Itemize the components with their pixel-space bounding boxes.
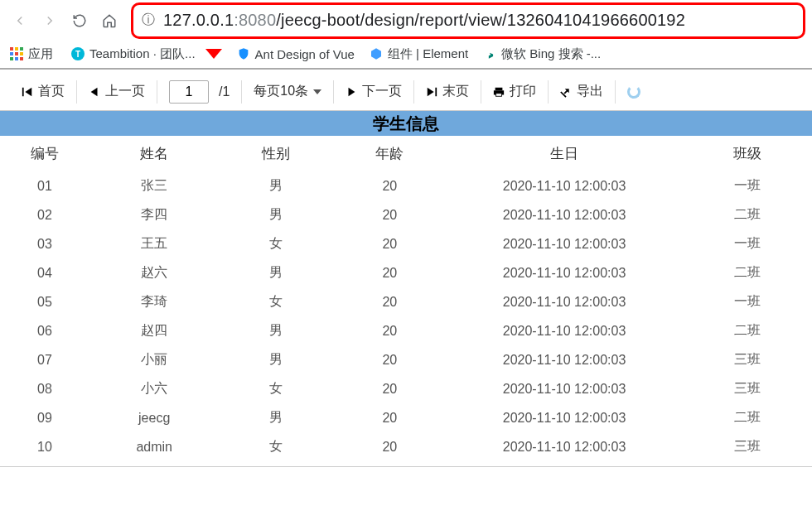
svg-rect-9 — [496, 93, 502, 96]
table-cell: 2020-11-10 12:00:03 — [447, 345, 682, 374]
first-page-label: 首页 — [38, 83, 65, 100]
next-page-button[interactable]: 下一页 — [334, 73, 413, 110]
prev-icon — [89, 86, 100, 98]
table-cell: 小六 — [89, 374, 220, 403]
shield-icon — [237, 47, 250, 60]
table-cell: 06 — [0, 316, 89, 345]
table-cell: 20 — [333, 432, 447, 461]
last-page-button[interactable]: 末页 — [414, 73, 481, 110]
svg-rect-7 — [495, 87, 503, 90]
table-cell: 20 — [333, 345, 447, 374]
home-button[interactable] — [96, 7, 123, 34]
svg-rect-0 — [22, 87, 24, 96]
forward-button[interactable] — [36, 7, 63, 34]
table-title: 学生信息 — [0, 111, 812, 136]
bookmarks-bar: 应用 Teambition · 团队... Ant Design of Vue … — [0, 40, 812, 70]
table-row: 10admin女202020-11-10 12:00:03三班 — [0, 432, 812, 461]
apps-button[interactable]: 应用 — [10, 46, 53, 62]
table-cell: 02 — [0, 200, 89, 229]
table-cell: jeecg — [89, 403, 220, 432]
apps-label: 应用 — [28, 46, 53, 62]
table-cell: 二班 — [682, 316, 812, 345]
table-cell: 20 — [333, 374, 447, 403]
table-cell: 2020-11-10 12:00:03 — [447, 432, 682, 461]
next-page-label: 下一页 — [362, 83, 402, 100]
export-button[interactable]: 导出 — [549, 73, 615, 110]
svg-rect-6 — [436, 87, 437, 96]
back-button[interactable] — [7, 7, 33, 34]
table-cell: 女 — [220, 287, 333, 316]
table-row: 03王五女202020-11-10 12:00:03一班 — [0, 229, 812, 258]
table-row: 08小六女202020-11-10 12:00:03三班 — [0, 374, 812, 403]
table-cell: 20 — [333, 229, 447, 258]
bookmark-element[interactable]: 组件 | Element — [370, 46, 468, 62]
apps-grid-icon — [10, 47, 23, 60]
table-row: 06赵四男202020-11-10 12:00:03二班 — [0, 316, 812, 345]
address-bar[interactable]: 127.0.0.1:8080/jeecg-boot/design/report/… — [163, 11, 685, 30]
bookmark-label: Ant Design of Vue — [255, 47, 355, 61]
teambition-icon — [71, 47, 85, 60]
table-cell: 09 — [0, 403, 89, 432]
url-path: /jeecg-boot/design/report/view/132604104… — [276, 11, 685, 29]
prev-page-button[interactable]: 上一页 — [77, 73, 157, 110]
table-cell: 三班 — [682, 374, 812, 403]
per-page-label: 每页10条 — [254, 83, 308, 100]
table-header-row: 编号 姓名 性别 年龄 生日 班级 — [0, 136, 812, 171]
table-cell: 05 — [0, 287, 89, 316]
url-host: 127.0.0.1 — [163, 11, 234, 29]
svg-marker-3 — [313, 89, 321, 94]
data-table: 编号 姓名 性别 年龄 生日 班级 01张三男202020-11-10 12:0… — [0, 136, 812, 461]
first-icon — [22, 86, 33, 98]
first-page-button[interactable]: 首页 — [10, 73, 76, 110]
browser-chrome: ⓘ 127.0.0.1:8080/jeecg-boot/design/repor… — [0, 0, 812, 70]
table-cell: 04 — [0, 258, 89, 287]
print-label: 打印 — [510, 83, 536, 100]
print-icon — [493, 86, 505, 98]
table-cell: 女 — [220, 374, 333, 403]
table-cell: 小丽 — [89, 345, 220, 374]
page-total: /1 — [219, 84, 230, 99]
table-cell: 女 — [220, 432, 333, 461]
bing-icon — [483, 47, 496, 60]
col-name: 姓名 — [89, 136, 220, 171]
bookmark-bing[interactable]: 微软 Bing 搜索 -... — [483, 46, 601, 62]
table-cell: 2020-11-10 12:00:03 — [447, 200, 682, 229]
table-cell: 李四 — [89, 200, 220, 229]
table-cell: 女 — [220, 229, 333, 258]
table-cell: 王五 — [89, 229, 220, 258]
prev-page-label: 上一页 — [105, 83, 145, 100]
table-cell: 三班 — [682, 345, 812, 374]
table-cell: 赵四 — [89, 316, 220, 345]
loading-icon — [627, 85, 640, 99]
table-cell: 男 — [220, 200, 333, 229]
bookmark-antdv[interactable]: Ant Design of Vue — [237, 47, 355, 61]
table-cell: 二班 — [682, 200, 812, 229]
table-cell: 2020-11-10 12:00:03 — [447, 287, 682, 316]
report-view: 学生信息 编号 姓名 性别 年龄 生日 班级 01张三男202020-11-10… — [0, 111, 812, 467]
print-button[interactable]: 打印 — [481, 73, 548, 110]
svg-marker-1 — [25, 87, 31, 96]
table-cell: 01 — [0, 171, 89, 200]
highlight-arrow-icon — [205, 49, 222, 59]
table-cell: 李琦 — [89, 287, 220, 316]
reload-button[interactable] — [66, 7, 93, 34]
bookmark-teambition[interactable]: Teambition · 团队... — [71, 46, 196, 62]
url-port: :8080 — [234, 11, 276, 29]
table-cell: 20 — [333, 403, 447, 432]
col-gender: 性别 — [220, 136, 333, 171]
page-indicator: /1 — [157, 73, 241, 110]
table-cell: 2020-11-10 12:00:03 — [447, 229, 682, 258]
table-row: 01张三男202020-11-10 12:00:03一班 — [0, 171, 812, 200]
table-cell: 03 — [0, 229, 89, 258]
per-page-select[interactable]: 每页10条 — [242, 73, 333, 110]
table-cell: 一班 — [682, 171, 812, 200]
table-cell: 男 — [220, 258, 333, 287]
col-class: 班级 — [682, 136, 812, 171]
table-cell: 二班 — [682, 258, 812, 287]
site-info-icon[interactable]: ⓘ — [142, 12, 155, 29]
table-cell: 20 — [333, 316, 447, 345]
table-cell: 20 — [333, 171, 447, 200]
page-input[interactable] — [169, 80, 209, 104]
table-row: 04赵六男202020-11-10 12:00:03二班 — [0, 258, 812, 287]
table-cell: 2020-11-10 12:00:03 — [447, 171, 682, 200]
